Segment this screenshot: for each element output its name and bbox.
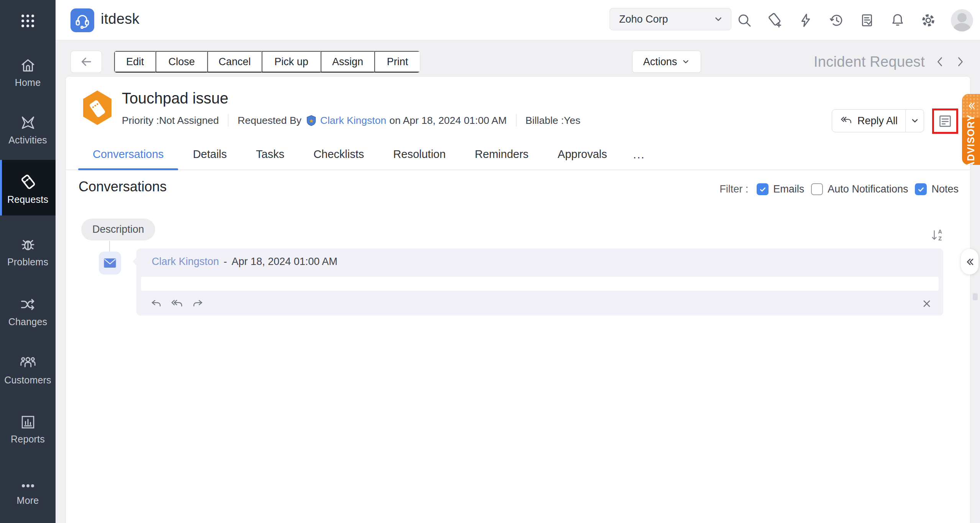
actions-label: Actions bbox=[643, 56, 677, 68]
sidebar-item-home[interactable]: Home bbox=[0, 58, 56, 88]
conversation-timestamp: Apr 18, 2024 01:00 AM bbox=[232, 256, 338, 268]
billable-value: Yes bbox=[564, 115, 580, 127]
product-logo[interactable] bbox=[70, 8, 94, 32]
tab-conversations[interactable]: Conversations bbox=[78, 139, 178, 169]
main-page: Edit Close Cancel Pick up Assign Print A… bbox=[56, 40, 980, 523]
sidebar-item-label: Activities bbox=[0, 135, 56, 146]
divider bbox=[516, 114, 516, 127]
next-record-button[interactable] bbox=[955, 55, 966, 68]
checkbox-checked-icon bbox=[757, 183, 769, 195]
sidebar-item-reports[interactable]: Reports bbox=[0, 414, 56, 445]
svg-text:★: ★ bbox=[309, 118, 313, 123]
reply-options-dropdown[interactable] bbox=[905, 110, 924, 132]
sidebar-item-changes[interactable]: Changes bbox=[0, 296, 56, 327]
reply-all-split-button: Reply All bbox=[832, 109, 924, 132]
feedback-button[interactable] bbox=[859, 12, 875, 28]
history-button[interactable] bbox=[828, 12, 844, 28]
conversation-actions bbox=[150, 298, 204, 310]
filter-emails[interactable]: Emails bbox=[757, 183, 804, 195]
sidebar-item-problems[interactable]: Problems bbox=[0, 236, 56, 268]
add-ticket-button[interactable] bbox=[767, 12, 783, 28]
sidebar-item-more[interactable]: More bbox=[0, 480, 56, 506]
ticket-add-icon bbox=[767, 12, 783, 28]
back-arrow-icon bbox=[80, 55, 93, 68]
tab-reminders[interactable]: Reminders bbox=[460, 139, 543, 169]
assign-button[interactable]: Assign bbox=[321, 51, 374, 72]
reply-all-conversation-button[interactable] bbox=[171, 298, 183, 310]
org-selector-value: Zoho Corp bbox=[619, 13, 713, 25]
edit-button[interactable]: Edit bbox=[114, 51, 156, 72]
page-title: Touchpad issue bbox=[122, 90, 228, 107]
reply-all-icon bbox=[841, 116, 852, 126]
activities-icon bbox=[0, 114, 56, 131]
expand-right-panel-button[interactable] bbox=[961, 249, 978, 275]
tab-approvals[interactable]: Approvals bbox=[543, 139, 622, 169]
task-form-icon bbox=[859, 13, 875, 28]
user-avatar[interactable] bbox=[951, 9, 973, 31]
collapsed-panel-icon bbox=[973, 293, 978, 300]
svg-text:A: A bbox=[938, 229, 942, 235]
requested-by-label: Requested By bbox=[238, 115, 301, 127]
flash-icon bbox=[798, 13, 813, 28]
reply-all-icon bbox=[171, 299, 183, 309]
sidebar-item-activities[interactable]: Activities bbox=[0, 114, 56, 146]
filter-notes[interactable]: Notes bbox=[915, 183, 959, 195]
highlight-annotation bbox=[932, 109, 958, 134]
requester-link[interactable]: Clark Kingston bbox=[320, 115, 386, 127]
settings-gear-icon bbox=[920, 12, 936, 28]
priority-label: Priority : bbox=[122, 115, 159, 127]
filter-auto-notifications[interactable]: Auto Notifications bbox=[811, 183, 908, 195]
sidebar-item-label: Reports bbox=[0, 434, 56, 445]
request-meta: Priority : Not Assigned Requested By ★ C… bbox=[122, 114, 580, 127]
back-button[interactable] bbox=[70, 51, 102, 73]
notifications-button[interactable] bbox=[890, 12, 906, 28]
requested-on: on Apr 18, 2024 01:00 AM bbox=[389, 115, 506, 127]
sidebar-item-label: More bbox=[0, 495, 56, 506]
reply-all-button[interactable]: Reply All bbox=[832, 115, 905, 127]
double-chevron-left-icon bbox=[964, 257, 975, 267]
previous-record-button[interactable] bbox=[934, 55, 946, 68]
tab-tasks[interactable]: Tasks bbox=[241, 139, 299, 169]
home-icon bbox=[0, 58, 56, 74]
chevron-right-icon bbox=[955, 56, 965, 67]
chevron-down-icon bbox=[682, 58, 690, 66]
request-tabs: Conversations Details Tasks Checklists R… bbox=[66, 139, 970, 170]
pickup-button[interactable]: Pick up bbox=[262, 51, 321, 72]
collapse-conversation-button[interactable] bbox=[921, 298, 932, 309]
quick-actions-button[interactable] bbox=[798, 12, 814, 28]
filter-label: Filter : bbox=[719, 183, 748, 195]
incident-type-icon bbox=[81, 90, 113, 126]
sidebar-item-requests[interactable]: Requests bbox=[0, 160, 56, 215]
app-rail: Home Activities Requests Problems Change… bbox=[0, 0, 56, 523]
notes-button[interactable] bbox=[938, 114, 952, 128]
advisory-tab[interactable]: ADVISORY bbox=[962, 94, 980, 165]
tab-more[interactable]: ... bbox=[622, 139, 657, 169]
more-dots-icon bbox=[0, 480, 56, 492]
conversation-card: Clark Kingston - Apr 18, 2024 01:00 AM bbox=[136, 248, 943, 316]
forward-button[interactable] bbox=[192, 298, 204, 310]
settings-button[interactable] bbox=[920, 12, 936, 28]
tab-resolution[interactable]: Resolution bbox=[379, 139, 460, 169]
bar-chart-icon bbox=[0, 414, 56, 430]
sort-button[interactable]: AZ bbox=[930, 228, 945, 243]
bug-icon bbox=[0, 236, 56, 253]
timeline-connector bbox=[109, 241, 110, 252]
reply-button[interactable] bbox=[150, 298, 162, 310]
actions-dropdown-button[interactable]: Actions bbox=[632, 51, 701, 73]
sidebar-item-customers[interactable]: Customers bbox=[0, 354, 56, 386]
advisory-label: ADVISORY bbox=[965, 114, 977, 165]
avatar-body bbox=[954, 23, 970, 31]
org-selector[interactable]: Zoho Corp bbox=[610, 8, 731, 30]
people-icon bbox=[0, 354, 56, 371]
conversation-author-link[interactable]: Clark Kingston bbox=[152, 256, 219, 268]
conversation-header: Clark Kingston - Apr 18, 2024 01:00 AM bbox=[152, 256, 338, 268]
cancel-button[interactable]: Cancel bbox=[207, 51, 262, 72]
print-button[interactable]: Print bbox=[374, 51, 420, 72]
request-panel: Touchpad issue Priority : Not Assigned R… bbox=[66, 77, 970, 523]
close-request-button[interactable]: Close bbox=[156, 51, 207, 72]
ticket-icon bbox=[0, 173, 56, 191]
search-button[interactable] bbox=[736, 12, 752, 28]
tab-checklists[interactable]: Checklists bbox=[299, 139, 379, 169]
apps-grid-button[interactable] bbox=[0, 9, 56, 32]
tab-details[interactable]: Details bbox=[178, 139, 241, 169]
